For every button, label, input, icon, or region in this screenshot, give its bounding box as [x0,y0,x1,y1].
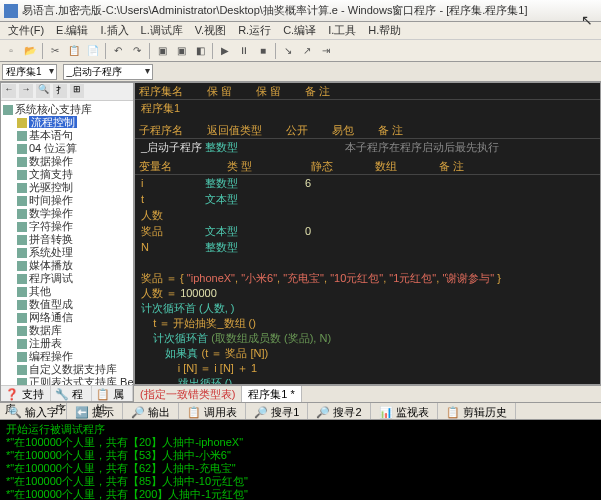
console-line: *"在100000个人里，共有【200】人抽中-1元红包" [6,488,595,500]
output-console[interactable]: 开始运行被调试程序 *"在100000个人里，共有【20】人抽中-iphoneX… [0,420,601,500]
console-line: 开始运行被调试程序 [6,423,595,436]
con-tab[interactable]: 📋 调用表 [179,403,246,419]
step-icon[interactable]: ↘ [279,42,297,60]
code-editor[interactable]: 程序集名保 留保 留备 注 程序集1 子程序名返回值类型公开易包备 注 _启动子… [134,82,601,385]
var-row[interactable]: t文本型 [135,191,600,207]
pause-icon[interactable]: ⏸ [235,42,253,60]
tree-item[interactable]: 04 位运算 [3,142,131,155]
stop-icon[interactable]: ■ [254,42,272,60]
menu-debug[interactable]: L.调试库 [135,23,189,38]
tree-item[interactable]: 数据操作 [3,155,131,168]
menu-view[interactable]: V.视图 [189,23,232,38]
menu-bar: 文件(F) E.编辑 I.插入 L.调试库 V.视图 R.运行 C.编译 I.工… [0,22,601,40]
menu-file[interactable]: 文件(F) [2,23,50,38]
paste-icon[interactable]: 📄 [84,42,102,60]
tree-item[interactable]: 数值型成 [3,298,131,311]
con-tab[interactable]: 📋 剪辑历史 [438,403,516,419]
tree-item[interactable]: 注册表 [3,337,131,350]
var-row[interactable]: 人数 [135,207,600,223]
run-icon[interactable]: ▶ [216,42,234,60]
tree-item[interactable]: 数学操作 [3,207,131,220]
con-tab[interactable]: ⬅️ 提示 [67,403,123,419]
tool-icon[interactable]: ▣ [172,42,190,60]
combo-row: 程序集1 _启动子程序 [0,62,601,82]
tree-root: 系统核心支持库 [3,103,131,116]
tree-item[interactable]: 拼音转换 [3,233,131,246]
tree-item[interactable]: 字符操作 [3,220,131,233]
console-line: *"在100000个人里，共有【62】人抽中-充电宝" [6,462,595,475]
code-body[interactable]: 奖品 ＝ { "iphoneX", "小米6", "充电宝", "10元红包",… [135,255,600,385]
menu-help[interactable]: H.帮助 [362,23,407,38]
menu-insert[interactable]: I.插入 [94,23,134,38]
step-icon[interactable]: ↗ [298,42,316,60]
con-tab[interactable]: 🔎 输出 [123,403,179,419]
ed-tab[interactable]: 程序集1 * [242,386,301,402]
var-row[interactable]: N整数型 [135,239,600,255]
editor-tabs: (指定一致错类型表) 程序集1 * [134,385,601,402]
tab-props[interactable]: 📋 属性 [92,386,133,401]
tool-icon[interactable]: ▣ [153,42,171,60]
console-line: *"在100000个人里，共有【85】人抽中-10元红包" [6,475,595,488]
title-bar[interactable]: 易语言.加密壳版-C:\Users\Administrator\Desktop\… [0,0,601,22]
tool-icon[interactable]: ◧ [191,42,209,60]
console-tabs: 🔍 输入字 ⬅️ 提示 🔎 输出 📋 调用表 🔎 搜寻1 🔎 搜寻2 📊 监视表… [0,402,601,420]
tree-item[interactable]: 其他 [3,285,131,298]
con-tab[interactable]: 🔎 搜寻2 [308,403,370,419]
menu-edit[interactable]: E.编辑 [50,23,94,38]
open-icon[interactable]: 📂 [21,42,39,60]
tree-item[interactable]: 系统处理 [3,246,131,259]
menu-compile[interactable]: C.编译 [277,23,322,38]
left-pane: ←→🔍扌⊞ 系统核心支持库 流程控制 基本语句04 位运算数据操作文摘支持光驱控… [0,82,134,402]
con-tab[interactable]: 📊 监视表 [371,403,438,419]
main-split: ←→🔍扌⊞ 系统核心支持库 流程控制 基本语句04 位运算数据操作文摘支持光驱控… [0,82,601,402]
tree-item[interactable]: 正则表达式支持库 Bela ✓ [3,376,131,385]
cursor-icon: ↖ [581,12,593,28]
tree-icon[interactable]: 扌 [53,84,67,98]
menu-tools[interactable]: I.工具 [322,23,362,38]
main-toolbar: ▫ 📂 ✂ 📋 📄 ↶ ↷ ▣ ▣ ◧ ▶ ⏸ ■ ↘ ↗ ⇥ [0,40,601,62]
tree-item[interactable]: 编程操作 [3,350,131,363]
class-combo[interactable]: 程序集1 [2,64,57,80]
var-row[interactable]: i整数型6 [135,175,600,191]
ed-tab[interactable]: (指定一致错类型表) [134,386,242,402]
tree-item[interactable]: 时间操作 [3,194,131,207]
nav-icon[interactable]: ← [2,84,16,98]
tree-item[interactable]: 光驱控制 [3,181,131,194]
cut-icon[interactable]: ✂ [46,42,64,60]
left-tabs: ❓ 支持库 🔧 程序 📋 属性 [1,385,133,401]
tree-icon[interactable]: ⊞ [70,84,84,98]
app-icon [4,4,18,18]
step-icon[interactable]: ⇥ [317,42,335,60]
tree-item[interactable]: 基本语句 [3,129,131,142]
tree-item[interactable]: 程序调试 [3,272,131,285]
tree-item[interactable]: 数据库 [3,324,131,337]
new-icon[interactable]: ▫ [2,42,20,60]
left-toolbar: ←→🔍扌⊞ [1,83,133,101]
tree-item[interactable]: 媒体播放 [3,259,131,272]
copy-icon[interactable]: 📋 [65,42,83,60]
tab-support[interactable]: ❓ 支持库 [1,386,51,401]
nav-icon[interactable]: → [19,84,33,98]
var-row[interactable]: 奖品文本型0 [135,223,600,239]
undo-icon[interactable]: ↶ [109,42,127,60]
console-line: *"在100000个人里，共有【53】人抽中-小米6" [6,449,595,462]
filter-icon[interactable]: 🔍 [36,84,50,98]
tab-program[interactable]: 🔧 程序 [51,386,92,401]
redo-icon[interactable]: ↷ [128,42,146,60]
library-tree[interactable]: 系统核心支持库 流程控制 基本语句04 位运算数据操作文摘支持光驱控制时间操作数… [1,101,133,385]
con-tab[interactable]: 🔎 搜寻1 [246,403,308,419]
tree-item[interactable]: 网络通信 [3,311,131,324]
tree-item[interactable]: 文摘支持 [3,168,131,181]
window-title: 易语言.加密壳版-C:\Users\Administrator\Desktop\… [22,3,597,18]
console-line: *"在100000个人里，共有【20】人抽中-iphoneX" [6,436,595,449]
menu-run[interactable]: R.运行 [232,23,277,38]
con-tab[interactable]: 🔍 输入字 [0,403,67,419]
tree-item: 流程控制 [3,116,131,129]
tree-item[interactable]: 自定义数据支持库 [3,363,131,376]
proc-combo[interactable]: _启动子程序 [63,64,153,80]
